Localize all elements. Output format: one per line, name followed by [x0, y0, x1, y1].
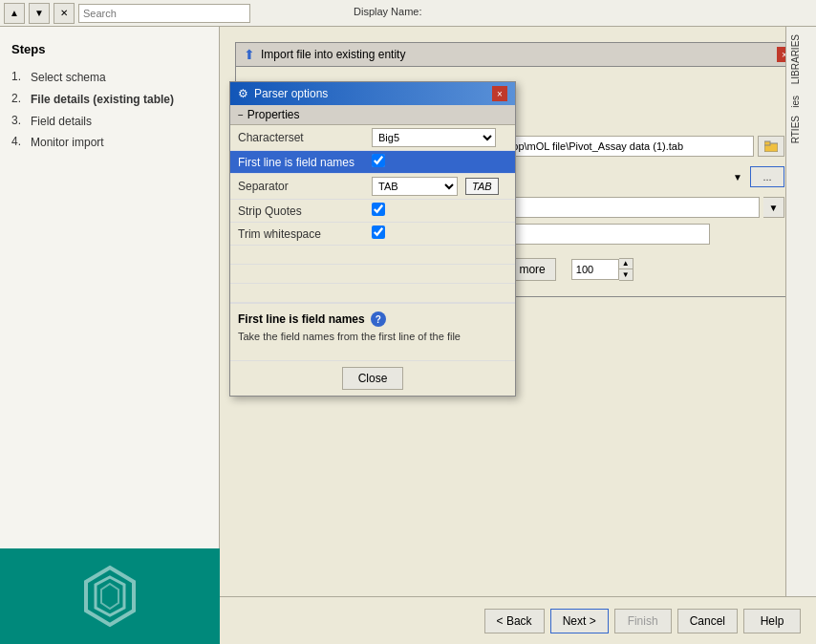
browse-button[interactable] — [758, 136, 784, 157]
more-options-btn[interactable]: ... — [750, 166, 784, 187]
help-button[interactable]: Help — [743, 609, 801, 633]
characterset-select[interactable]: Big5 UTF-8 ISO-8859-1 — [372, 128, 496, 147]
tab-indicator: TAB — [465, 178, 499, 195]
separator-row: Separator TAB Comma Semicolon TAB — [230, 174, 515, 200]
first-line-label: First line is field names — [230, 151, 364, 174]
select-arrow-icon: ▼ — [733, 172, 742, 182]
tree-expand-icon[interactable]: − — [238, 110, 244, 120]
parser-info-area: First line is field names ? Take the fie… — [230, 303, 515, 360]
first-line-checkbox[interactable] — [372, 154, 385, 167]
strip-quotes-checkbox[interactable] — [372, 203, 385, 216]
right-panel-text-3: RTIES — [786, 112, 805, 147]
parser-footer: Close — [230, 360, 515, 396]
empty-row-3 — [230, 284, 515, 303]
display-name-label: Display Name: — [354, 6, 422, 17]
parser-close-button[interactable]: Close — [342, 367, 404, 390]
svg-marker-2 — [101, 584, 118, 609]
window-title-text: Import file into existing entity — [261, 48, 405, 61]
parser-tree-header: − Properties — [230, 105, 515, 125]
parser-info-text: Take the field names from the first line… — [238, 331, 507, 342]
parser-close-btn[interactable]: × — [492, 86, 507, 101]
steps-list: 1. Select schema 2. File details (existi… — [11, 70, 207, 151]
records-spinner-input[interactable] — [571, 259, 619, 280]
finish-button[interactable]: Finish — [614, 609, 672, 633]
separator-label: Separator — [230, 174, 364, 200]
separator-select[interactable]: TAB Comma Semicolon — [372, 177, 458, 196]
parser-title-bar: ⚙ Parser options × — [230, 82, 515, 105]
parser-info-title-text: First line is field names — [238, 312, 365, 326]
right-panel: LIBRARIES ies RTIES — [785, 27, 816, 596]
cancel-button[interactable]: Cancel — [677, 609, 738, 633]
strip-quotes-label: Strip Quotes — [230, 200, 364, 223]
parser-dialog-title: Parser options — [254, 87, 328, 100]
sidebar-title: Steps — [11, 42, 207, 56]
characterset-row: Characterset Big5 UTF-8 ISO-8859-1 — [230, 125, 515, 151]
trim-whitespace-checkbox[interactable] — [372, 225, 385, 239]
table-dropdown-arrow: ▼ — [763, 197, 784, 218]
properties-label: Properties — [247, 108, 300, 121]
characterset-label: Characterset — [230, 125, 364, 151]
spinner-up-btn[interactable]: ▲ — [619, 259, 633, 269]
sort-desc-btn[interactable]: ▼ — [29, 3, 50, 24]
next-button[interactable]: Next > — [550, 609, 609, 633]
strip-quotes-row: Strip Quotes — [230, 200, 515, 223]
step-4: 4. Monitor import — [11, 135, 207, 151]
empty-row-2 — [230, 265, 515, 284]
folder-icon — [764, 140, 778, 152]
import-icon: ⬆ — [244, 47, 255, 62]
trim-whitespace-label: Trim whitespace — [230, 223, 364, 246]
first-line-row[interactable]: First line is field names — [230, 151, 515, 174]
hex-icon — [76, 563, 143, 630]
brand-logo — [0, 548, 220, 644]
toolbar: ▲ ▼ ✕ Display Name: — [0, 0, 816, 27]
parser-dialog: ⚙ Parser options × − Properties Characte… — [229, 81, 516, 397]
empty-row-1 — [230, 246, 515, 265]
sort-asc-btn[interactable]: ▲ — [4, 3, 25, 24]
step-3: 3. Field details — [11, 114, 207, 130]
parser-gear-icon: ⚙ — [238, 87, 248, 100]
window-title-bar: ⬆ Import file into existing entity × — [235, 42, 801, 66]
records-spinner: ▲ ▼ — [571, 258, 633, 281]
step-1: 1. Select schema — [11, 70, 207, 86]
parser-info-title: First line is field names ? — [238, 311, 507, 327]
svg-rect-4 — [764, 141, 770, 145]
sidebar: Steps 1. Select schema 2. File details (… — [0, 27, 220, 644]
back-button[interactable]: < Back — [484, 609, 545, 633]
search-input[interactable] — [78, 4, 250, 23]
spinner-down-btn[interactable]: ▼ — [619, 269, 633, 280]
close-toolbar-btn[interactable]: ✕ — [54, 3, 75, 24]
step-2: 2. File details (existing table) — [11, 92, 207, 108]
bottom-button-bar: < Back Next > Finish Cancel Help — [220, 596, 816, 644]
trim-whitespace-row: Trim whitespace — [230, 223, 515, 246]
right-panel-text-2: ies — [786, 92, 805, 112]
parser-options-table: Characterset Big5 UTF-8 ISO-8859-1 First… — [230, 125, 515, 303]
info-icon: ? — [371, 311, 386, 327]
right-panel-text-1: LIBRARIES — [786, 27, 805, 92]
